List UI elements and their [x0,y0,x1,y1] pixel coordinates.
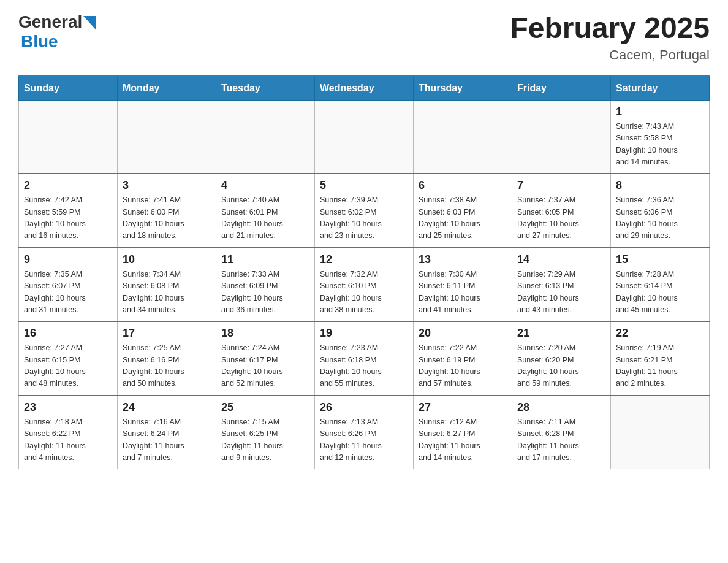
day-info: Sunrise: 7:36 AM Sunset: 6:06 PM Dayligh… [616,194,704,242]
day-info: Sunrise: 7:39 AM Sunset: 6:02 PM Dayligh… [320,194,408,242]
calendar-cell: 23Sunrise: 7:18 AM Sunset: 6:22 PM Dayli… [19,396,118,469]
calendar-cell [118,100,216,174]
calendar-cell [19,100,118,174]
calendar-week-row: 9Sunrise: 7:35 AM Sunset: 6:07 PM Daylig… [19,248,710,322]
day-info: Sunrise: 7:38 AM Sunset: 6:03 PM Dayligh… [419,194,507,242]
day-number: 25 [221,401,309,414]
day-info: Sunrise: 7:34 AM Sunset: 6:08 PM Dayligh… [123,269,211,316]
svg-marker-0 [83,16,96,29]
day-number: 14 [517,253,605,266]
calendar-cell: 8Sunrise: 7:36 AM Sunset: 6:06 PM Daylig… [611,174,710,248]
day-info: Sunrise: 7:40 AM Sunset: 6:01 PM Dayligh… [221,194,309,242]
calendar-cell: 22Sunrise: 7:19 AM Sunset: 6:21 PM Dayli… [611,321,710,396]
calendar-cell: 27Sunrise: 7:12 AM Sunset: 6:27 PM Dayli… [414,396,512,469]
calendar-cell: 20Sunrise: 7:22 AM Sunset: 6:19 PM Dayli… [414,321,512,396]
calendar-header-row: SundayMondayTuesdayWednesdayThursdayFrid… [19,76,710,101]
calendar-cell [611,396,710,469]
day-info: Sunrise: 7:13 AM Sunset: 6:26 PM Dayligh… [320,416,408,464]
location: Cacem, Portugal [510,47,710,63]
day-info: Sunrise: 7:32 AM Sunset: 6:10 PM Dayligh… [320,269,408,316]
calendar-cell: 17Sunrise: 7:25 AM Sunset: 6:16 PM Dayli… [118,321,216,396]
calendar-cell: 1Sunrise: 7:43 AM Sunset: 5:58 PM Daylig… [611,100,710,174]
day-of-week-header: Tuesday [216,76,315,101]
day-info: Sunrise: 7:33 AM Sunset: 6:09 PM Dayligh… [221,269,309,316]
calendar-cell: 13Sunrise: 7:30 AM Sunset: 6:11 PM Dayli… [414,248,512,322]
day-info: Sunrise: 7:11 AM Sunset: 6:28 PM Dayligh… [517,416,605,464]
day-number: 13 [419,253,507,266]
day-info: Sunrise: 7:19 AM Sunset: 6:21 PM Dayligh… [616,342,704,390]
day-number: 23 [24,401,112,414]
day-info: Sunrise: 7:25 AM Sunset: 6:16 PM Dayligh… [123,342,211,390]
calendar-cell: 14Sunrise: 7:29 AM Sunset: 6:13 PM Dayli… [512,248,611,322]
day-number: 16 [24,327,112,340]
day-of-week-header: Monday [118,76,216,101]
day-number: 10 [123,253,211,266]
day-number: 15 [616,253,704,266]
day-number: 6 [419,179,507,192]
calendar-week-row: 2Sunrise: 7:42 AM Sunset: 5:59 PM Daylig… [19,174,710,248]
day-number: 12 [320,253,408,266]
day-info: Sunrise: 7:41 AM Sunset: 6:00 PM Dayligh… [123,194,211,242]
day-info: Sunrise: 7:27 AM Sunset: 6:15 PM Dayligh… [24,342,112,390]
logo-general-text: General [18,12,82,32]
day-number: 11 [221,253,309,266]
day-info: Sunrise: 7:23 AM Sunset: 6:18 PM Dayligh… [320,342,408,390]
day-of-week-header: Friday [512,76,611,101]
logo: General Blue [18,12,96,52]
calendar-cell: 16Sunrise: 7:27 AM Sunset: 6:15 PM Dayli… [19,321,118,396]
day-number: 9 [24,253,112,266]
calendar-cell: 26Sunrise: 7:13 AM Sunset: 6:26 PM Dayli… [315,396,414,469]
day-number: 17 [123,327,211,340]
day-info: Sunrise: 7:28 AM Sunset: 6:14 PM Dayligh… [616,269,704,316]
calendar-week-row: 1Sunrise: 7:43 AM Sunset: 5:58 PM Daylig… [19,100,710,174]
day-number: 8 [616,179,704,192]
calendar-cell: 9Sunrise: 7:35 AM Sunset: 6:07 PM Daylig… [19,248,118,322]
calendar-cell: 11Sunrise: 7:33 AM Sunset: 6:09 PM Dayli… [216,248,315,322]
day-number: 4 [221,179,309,192]
day-info: Sunrise: 7:43 AM Sunset: 5:58 PM Dayligh… [616,121,704,169]
day-number: 1 [616,105,704,118]
calendar-cell [216,100,315,174]
calendar-cell: 28Sunrise: 7:11 AM Sunset: 6:28 PM Dayli… [512,396,611,469]
day-number: 20 [419,327,507,340]
calendar-cell: 21Sunrise: 7:20 AM Sunset: 6:20 PM Dayli… [512,321,611,396]
calendar-cell [512,100,611,174]
day-info: Sunrise: 7:35 AM Sunset: 6:07 PM Dayligh… [24,269,112,316]
day-of-week-header: Saturday [611,76,710,101]
day-number: 7 [517,179,605,192]
day-number: 27 [419,401,507,414]
calendar-cell: 12Sunrise: 7:32 AM Sunset: 6:10 PM Dayli… [315,248,414,322]
calendar-cell: 7Sunrise: 7:37 AM Sunset: 6:05 PM Daylig… [512,174,611,248]
logo-blue-text: Blue [21,32,58,52]
day-info: Sunrise: 7:12 AM Sunset: 6:27 PM Dayligh… [419,416,507,464]
calendar-week-row: 23Sunrise: 7:18 AM Sunset: 6:22 PM Dayli… [19,396,710,469]
day-number: 3 [123,179,211,192]
page-header: General Blue February 2025 Cacem, Portug… [18,12,710,63]
day-number: 2 [24,179,112,192]
day-number: 18 [221,327,309,340]
calendar-cell: 10Sunrise: 7:34 AM Sunset: 6:08 PM Dayli… [118,248,216,322]
title-area: February 2025 Cacem, Portugal [510,12,710,63]
day-info: Sunrise: 7:24 AM Sunset: 6:17 PM Dayligh… [221,342,309,390]
calendar-cell: 5Sunrise: 7:39 AM Sunset: 6:02 PM Daylig… [315,174,414,248]
day-of-week-header: Thursday [414,76,512,101]
calendar-cell: 18Sunrise: 7:24 AM Sunset: 6:17 PM Dayli… [216,321,315,396]
day-info: Sunrise: 7:18 AM Sunset: 6:22 PM Dayligh… [24,416,112,464]
day-number: 24 [123,401,211,414]
day-info: Sunrise: 7:16 AM Sunset: 6:24 PM Dayligh… [123,416,211,464]
calendar-cell: 19Sunrise: 7:23 AM Sunset: 6:18 PM Dayli… [315,321,414,396]
day-number: 19 [320,327,408,340]
day-info: Sunrise: 7:42 AM Sunset: 5:59 PM Dayligh… [24,194,112,242]
calendar-cell: 4Sunrise: 7:40 AM Sunset: 6:01 PM Daylig… [216,174,315,248]
logo-triangle-icon [83,16,96,29]
day-info: Sunrise: 7:37 AM Sunset: 6:05 PM Dayligh… [517,194,605,242]
calendar-cell: 6Sunrise: 7:38 AM Sunset: 6:03 PM Daylig… [414,174,512,248]
day-of-week-header: Wednesday [315,76,414,101]
day-info: Sunrise: 7:20 AM Sunset: 6:20 PM Dayligh… [517,342,605,390]
day-number: 21 [517,327,605,340]
day-number: 5 [320,179,408,192]
day-info: Sunrise: 7:22 AM Sunset: 6:19 PM Dayligh… [419,342,507,390]
day-info: Sunrise: 7:30 AM Sunset: 6:11 PM Dayligh… [419,269,507,316]
calendar-cell: 2Sunrise: 7:42 AM Sunset: 5:59 PM Daylig… [19,174,118,248]
calendar-cell: 24Sunrise: 7:16 AM Sunset: 6:24 PM Dayli… [118,396,216,469]
